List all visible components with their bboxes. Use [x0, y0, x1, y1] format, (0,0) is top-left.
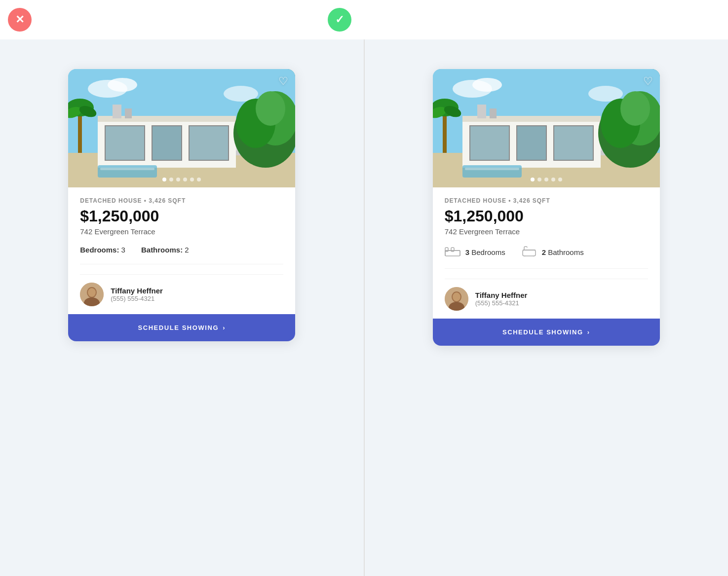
left-agent-row: Tiffany Heffner (555) 555-4321	[80, 274, 283, 314]
svg-rect-57	[465, 168, 519, 170]
right-card-footer: SCHEDULE SHOWING ›	[433, 319, 660, 346]
right-bathrooms-count: 2	[542, 248, 546, 256]
svg-rect-26	[100, 168, 154, 170]
left-panel: ♡ DETACHED HOUSE • 3,426 SQFT $1,250,000…	[0, 39, 364, 576]
right-property-features: 3 Bedrooms	[445, 246, 648, 269]
left-property-address: 742 Evergreen Terrace	[80, 227, 283, 236]
right-schedule-arrow: ›	[587, 328, 590, 336]
svg-point-30	[88, 288, 96, 297]
dot-3[interactable]	[176, 178, 180, 181]
top-bar: ✕ ✓	[0, 0, 728, 39]
right-agent-row: Tiffany Heffner (555) 555-4321	[445, 279, 648, 319]
right-bathrooms-text: 2 Bathrooms	[542, 248, 584, 256]
left-favorite-button[interactable]: ♡	[278, 76, 288, 87]
left-card-footer: SCHEDULE SHOWING ›	[68, 314, 295, 341]
dot-6[interactable]	[197, 178, 201, 181]
left-schedule-button[interactable]: SCHEDULE SHOWING ›	[68, 314, 295, 341]
bad-indicator-button[interactable]: ✕	[8, 8, 32, 32]
right-card-body: DETACHED HOUSE • 3,426 SQFT $1,250,000 7…	[433, 187, 660, 319]
left-carousel-dots	[162, 178, 201, 181]
left-property-features: Bedrooms: 3 Bathrooms: 2	[80, 246, 283, 264]
dot-4[interactable]	[183, 178, 187, 181]
right-card-image: ♡	[433, 69, 660, 187]
bed-icon	[445, 246, 460, 258]
right-carousel-dots	[531, 178, 562, 181]
right-property-price: $1,250,000	[445, 207, 648, 225]
dot-5[interactable]	[190, 178, 194, 181]
left-bedrooms-label: Bedrooms:	[80, 246, 119, 254]
right-agent-avatar	[445, 287, 468, 311]
svg-point-2	[108, 78, 137, 92]
right-dot-4[interactable]	[551, 178, 555, 181]
dot-2[interactable]	[169, 178, 173, 181]
left-card-image: ♡	[68, 69, 295, 187]
left-card-body: DETACHED HOUSE • 3,426 SQFT $1,250,000 7…	[68, 187, 295, 314]
house-illustration-right	[433, 69, 660, 187]
dot-1[interactable]	[162, 178, 166, 181]
right-agent-info: Tiffany Heffner (555) 555-4321	[475, 291, 528, 307]
svg-rect-7	[105, 126, 145, 160]
right-bathrooms-label: Bathrooms	[548, 248, 584, 256]
bath-icon	[521, 246, 537, 258]
left-bedrooms-num: 3	[121, 246, 125, 254]
svg-rect-60	[451, 248, 454, 252]
right-bedrooms-text: 3 Bedrooms	[465, 248, 505, 256]
right-property-card: ♡ DETACHED HOUSE • 3,426 SQFT $1,250,000…	[433, 69, 660, 346]
svg-rect-39	[517, 126, 546, 160]
svg-rect-9	[189, 126, 229, 160]
left-bathrooms-feature: Bathrooms: 2	[141, 246, 189, 254]
right-property-address: 742 Evergreen Terrace	[445, 227, 648, 236]
left-schedule-arrow: ›	[223, 324, 226, 331]
svg-point-24	[256, 91, 285, 126]
left-agent-name: Tiffany Heffner	[111, 287, 163, 295]
right-dot-5[interactable]	[558, 178, 562, 181]
svg-rect-14	[125, 108, 132, 118]
x-icon: ✕	[15, 13, 24, 26]
right-agent-name: Tiffany Heffner	[475, 291, 528, 299]
house-illustration-left	[68, 69, 295, 187]
right-favorite-button[interactable]: ♡	[643, 76, 653, 87]
left-agent-avatar	[80, 283, 104, 306]
svg-point-71	[453, 292, 460, 301]
right-panel: ♡ DETACHED HOUSE • 3,426 SQFT $1,250,000…	[365, 39, 728, 576]
svg-rect-44	[477, 105, 486, 118]
svg-rect-8	[152, 126, 182, 160]
right-bedrooms-count: 3	[465, 248, 469, 256]
svg-rect-25	[98, 165, 157, 178]
right-dot-2[interactable]	[537, 178, 541, 181]
right-schedule-button[interactable]: SCHEDULE SHOWING ›	[433, 319, 660, 346]
right-agent-phone: (555) 555-4321	[475, 299, 528, 307]
svg-rect-45	[490, 108, 497, 118]
heart-icon-left: ♡	[278, 75, 288, 87]
left-agent-phone: (555) 555-4321	[111, 295, 163, 302]
left-schedule-label: SCHEDULE SHOWING	[138, 324, 219, 331]
right-dot-3[interactable]	[544, 178, 548, 181]
right-bedrooms-feature: 3 Bedrooms	[445, 246, 505, 258]
right-agent-avatar-img	[445, 287, 468, 311]
svg-point-55	[620, 91, 650, 126]
right-schedule-label: SCHEDULE SHOWING	[502, 328, 583, 336]
left-property-card: ♡ DETACHED HOUSE • 3,426 SQFT $1,250,000…	[68, 69, 295, 341]
check-icon: ✓	[335, 13, 344, 26]
svg-rect-13	[113, 105, 121, 118]
heart-icon-right: ♡	[643, 75, 653, 87]
right-property-type: DETACHED HOUSE • 3,426 SQFT	[445, 197, 648, 204]
left-agent-avatar-img	[80, 283, 104, 306]
svg-rect-56	[462, 165, 522, 178]
left-bathrooms-label: Bathrooms:	[141, 246, 183, 254]
svg-rect-64	[523, 250, 536, 256]
svg-rect-38	[470, 126, 509, 160]
left-agent-info: Tiffany Heffner (555) 555-4321	[111, 287, 163, 302]
left-bathrooms-num: 2	[185, 246, 189, 254]
right-dot-1[interactable]	[531, 178, 535, 181]
right-bathrooms-feature: 2 Bathrooms	[521, 246, 584, 258]
panels-container: ♡ DETACHED HOUSE • 3,426 SQFT $1,250,000…	[0, 39, 728, 576]
left-property-type: DETACHED HOUSE • 3,426 SQFT	[80, 197, 283, 204]
left-bedrooms-feature: Bedrooms: 3	[80, 246, 125, 254]
left-property-price: $1,250,000	[80, 207, 283, 225]
svg-rect-59	[445, 248, 448, 252]
svg-point-33	[472, 78, 502, 92]
svg-rect-40	[554, 126, 593, 160]
good-indicator-button[interactable]: ✓	[328, 8, 351, 32]
